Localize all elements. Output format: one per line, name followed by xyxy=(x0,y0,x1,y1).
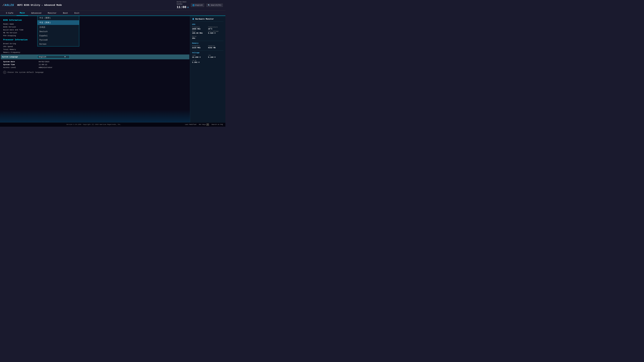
hardware-monitor-panel: 🖥 Hardware Monitor CPU Frequency 2800 MH… xyxy=(190,16,226,122)
tab-icafe[interactable]: I-Cafe xyxy=(2,10,16,15)
gear-icon[interactable]: ⚙ xyxy=(187,6,188,9)
selected-language-label: English xyxy=(39,56,46,58)
cpu-freq-item: Frequency 2800 MHz xyxy=(192,26,208,30)
footer-right: Last Modified Hot Keys ? Search on FAQ xyxy=(185,123,223,126)
processor-info-section-header: Processor Information xyxy=(3,39,187,41)
lang-option-russian[interactable]: Русский xyxy=(38,38,79,42)
cpu-grid: Frequency 2800 MHz Temperature 26°C BCLK… xyxy=(192,26,224,34)
language-dropdown-container: English Français 中文 (繁體) 中文 (简体) 日本語 Deu… xyxy=(37,55,70,58)
search-faq-label: Search on FAQ xyxy=(212,124,223,125)
sys-time-value: 11:08:12 xyxy=(39,64,47,66)
ratio-label: Ratio xyxy=(192,36,208,37)
model-name-row: Model Name EX-B360M-V3 xyxy=(3,23,187,25)
sys-date-value: 04/02/2023 xyxy=(39,61,49,63)
language-label: English xyxy=(195,4,203,6)
system-date-row: System Date 04/02/2023 xyxy=(3,60,187,63)
dropdown-arrow-icon: ▼ xyxy=(64,56,66,58)
last-modified-label: Last Modified xyxy=(185,124,196,125)
v33-value: 3.392 V xyxy=(192,61,208,63)
bios-screen: /ASLIS UEFI BIOS Utility – Advanced Mode… xyxy=(0,0,226,127)
language-dropdown[interactable]: English Français 中文 (繁體) 中文 (简体) 日本語 Deu… xyxy=(37,16,79,46)
lang-option-espanol[interactable]: Español xyxy=(38,34,79,38)
search-faq-item: Search on FAQ xyxy=(212,124,223,125)
footer-version: Version 2.19.1269. Copyright (C) 2018 Am… xyxy=(2,124,185,125)
monitor-icon: 🖥 xyxy=(192,18,194,20)
access-level-row: Access Level Administrator xyxy=(3,66,187,69)
voltage-section-title: Voltage xyxy=(192,52,224,54)
mem-freq-item: Frequency 2133 MHz xyxy=(192,45,208,49)
info-tip-text: Choose the system default language xyxy=(8,71,44,73)
info-tip: i Choose the system default language xyxy=(3,71,187,74)
ratio-item: Ratio 28x xyxy=(192,36,208,39)
tab-boot[interactable]: Boot xyxy=(60,10,71,15)
memory-freq-label: Memory Frequency xyxy=(3,51,39,53)
bios-info-section-header: BIOS Information xyxy=(3,19,187,21)
header-bar: /ASLIS UEFI BIOS Utility – Advanced Mode… xyxy=(0,0,226,10)
bios-version-row: BIOS Version 1404 x64 xyxy=(3,25,187,28)
date-display: 04/02/2023 xyxy=(176,1,188,3)
sys-lang-label: System Language xyxy=(2,56,37,58)
total-memory-label: Total Memory xyxy=(3,48,39,50)
mem-freq-label: Frequency xyxy=(192,45,208,47)
mem-cap-value: 8192 MB xyxy=(208,47,224,49)
v12-item: +12V 12.288 V xyxy=(192,55,208,58)
hotkey-icon: ? xyxy=(206,123,209,126)
sys-time-label: System Time xyxy=(3,64,39,66)
globe-icon: 🌐 xyxy=(192,4,195,6)
cpu-temp-item: Temperature 26°C xyxy=(208,26,224,30)
brand-string-row: Brand String xyxy=(3,42,187,45)
cpu-freq-value: 2800 MHz xyxy=(192,28,208,30)
nav-tabs: I-Cafe Main Advanced Monitor Boot Exit xyxy=(0,10,226,16)
hot-keys-label: Hot Keys xyxy=(199,124,206,125)
cpu-temp-label: Temperature xyxy=(208,26,224,28)
search-button[interactable]: 🔍 Search(F9) xyxy=(206,3,223,7)
access-level-value: Administrator xyxy=(39,67,52,68)
memory-section-title: Memory xyxy=(192,42,224,44)
bios-version-label: BIOS Version xyxy=(3,26,39,28)
language-select-current[interactable]: English ▼ xyxy=(37,55,70,58)
model-name-label: Model Name xyxy=(3,23,39,25)
v12-label: +12V xyxy=(192,55,208,56)
core-voltage-label: Core Voltage xyxy=(208,30,224,32)
v5-value: 5.160 V xyxy=(208,56,224,58)
search-icon: 🔍 xyxy=(208,4,210,6)
tab-main[interactable]: Main xyxy=(16,10,28,16)
language-button[interactable]: 🌐 English xyxy=(191,3,204,7)
cpu-temp-value: 26°C xyxy=(208,28,224,30)
asus-logo: /ASLIS xyxy=(2,3,14,7)
lang-option-zh-cn[interactable]: 中文 (简体) xyxy=(38,20,79,25)
tab-advanced[interactable]: Advanced xyxy=(28,10,44,15)
bg-accent-decoration xyxy=(0,109,190,122)
v33-item: +3.3V 3.392 V xyxy=(192,60,208,63)
time-display: 11:08 xyxy=(176,5,186,9)
system-language-row[interactable]: System Language English Français 中文 (繁體)… xyxy=(1,54,189,59)
main-content: BIOS Information Model Name EX-B360M-V3 … xyxy=(0,16,226,122)
bclk-value: 100.00 MHz xyxy=(192,32,208,34)
hw-monitor-title: 🖥 Hardware Monitor xyxy=(192,18,224,21)
sys-date-label: System Date xyxy=(3,61,39,63)
mem-cap-item: Capacity 8192 MB xyxy=(208,45,224,49)
last-modified-item: Last Modified xyxy=(185,124,196,125)
tab-monitor[interactable]: Monitor xyxy=(44,10,60,15)
v5-label: +5V xyxy=(208,55,224,56)
day-display: Sunday xyxy=(176,3,188,5)
mem-freq-value: 2133 MHz xyxy=(192,47,208,49)
v33-label: +3.3V xyxy=(192,60,208,61)
info-icon: i xyxy=(3,71,6,74)
tab-exit[interactable]: Exit xyxy=(71,10,82,15)
lang-option-korean[interactable]: Korean xyxy=(38,42,79,46)
cpu-section-title: CPU xyxy=(192,23,224,25)
lang-option-ja[interactable]: 日本語 xyxy=(38,25,79,29)
voltage-grid-2: +3.3V 3.392 V xyxy=(192,60,224,63)
lang-option-deutsch[interactable]: Deutsch xyxy=(38,29,79,34)
ratio-value: 28x xyxy=(192,37,208,39)
bclk-item: BCLK 100.00 MHz xyxy=(192,30,208,34)
total-memory-row: Total Memory xyxy=(3,48,187,51)
pch-stepping-row: PCH Stepping xyxy=(3,34,187,37)
cpu-ratio-grid: Ratio 28x xyxy=(192,36,224,39)
search-label: Search(F9) xyxy=(211,4,222,6)
datetime-block: 04/02/2023 Sunday 11:08 ⚙ xyxy=(176,1,188,9)
lang-option-zh-tw[interactable]: 中文 (繁體) xyxy=(38,16,79,20)
me-fw-label: ME FW Version xyxy=(3,32,39,34)
cpu-speed-label: CPU Speed xyxy=(3,46,39,48)
